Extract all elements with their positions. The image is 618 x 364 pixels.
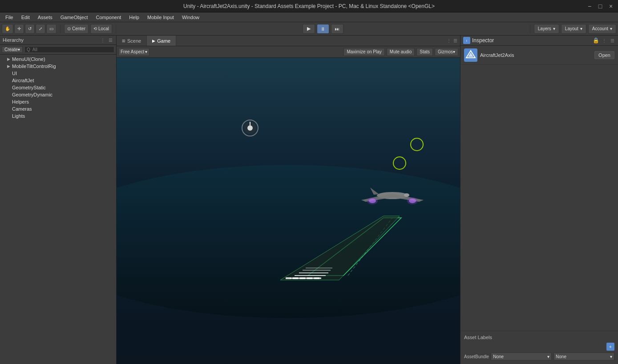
hier-item-geodynamic[interactable]: ▶ GeometryDynamic <box>0 91 116 98</box>
gizmos-btn[interactable]: Gizmos ▾ <box>435 48 458 56</box>
hier-item-lights-label: Lights <box>12 113 25 119</box>
maximize-on-play-btn[interactable]: Maximize on Play <box>343 48 384 56</box>
toolbar-right: Layers ▾ Layout ▾ Account ▾ <box>534 24 616 34</box>
aspect-label: Free Aspect <box>121 49 144 54</box>
svg-rect-14 <box>314 277 319 279</box>
layers-dropdown[interactable]: Layers ▾ <box>534 24 559 34</box>
tab-controls: ⋮ ☰ <box>446 36 460 46</box>
menu-bar: File Edit Assets GameObject Component He… <box>0 12 618 22</box>
minimize-button[interactable]: − <box>586 3 593 10</box>
layout-dropdown[interactable]: Layout ▾ <box>561 24 586 34</box>
center-toggle[interactable]: ⊙ Center <box>64 24 89 34</box>
game-tab[interactable]: ▶ Game <box>147 36 176 46</box>
hier-item-aircraftjet[interactable]: ▶ AircraftJet <box>0 77 116 84</box>
hier-item-mobiletilt-label: MobileTiltControlRig <box>12 64 56 69</box>
local-label: Local <box>98 26 109 31</box>
toolbar: ✋ ✛ ↺ ⤢ ▭ ⊙ Center ⟲ Local ▶ ⏸ ⏭ Layers … <box>0 22 618 36</box>
hierarchy-options[interactable]: ⋮ <box>100 37 106 43</box>
step-button[interactable]: ⏭ <box>331 24 343 34</box>
rotate-tool[interactable]: ↺ <box>25 24 35 34</box>
menu-help[interactable]: Help <box>125 14 143 21</box>
hier-item-cameras[interactable]: ▶ Cameras <box>0 105 116 112</box>
hier-item-lights[interactable]: ▶ Lights <box>0 112 116 120</box>
unity-logo-icon <box>465 50 476 60</box>
tab-menu[interactable]: ☰ <box>452 38 458 44</box>
hier-item-geodynamic-label: GeometryDynamic <box>12 92 53 97</box>
inspector-object-row: AircraftJet2Axis Open <box>460 46 618 65</box>
center-icon: ⊙ <box>67 26 71 31</box>
menu-window[interactable]: Window <box>178 14 203 21</box>
inspector-menu[interactable]: ☰ <box>609 37 615 44</box>
playmode-controls: ▶ ⏸ ⏭ <box>120 24 526 34</box>
hierarchy-search-input[interactable] <box>24 46 114 53</box>
hierarchy-toolbar: Create ▾ <box>0 45 116 55</box>
object-type-icon <box>464 48 477 62</box>
asset-bundle-label: AssetBundle <box>464 354 489 359</box>
game-view: MENU <box>117 58 460 364</box>
title-bar: Unity - AircraftJet2Axis.unity - Standar… <box>0 0 618 12</box>
game-scene-svg: MENU <box>117 58 460 364</box>
hierarchy-header: Hierarchy ⋮ ☰ <box>0 36 116 45</box>
asset-bundle-chevron-1: ▾ <box>547 354 549 359</box>
inspector-options[interactable]: ⋮ <box>601 37 607 44</box>
account-chevron: ▾ <box>610 26 612 31</box>
rect-tool[interactable]: ▭ <box>46 24 57 34</box>
scale-tool[interactable]: ⤢ <box>36 24 45 34</box>
maximize-button[interactable]: □ <box>597 3 604 10</box>
hand-tool[interactable]: ✋ <box>2 24 13 34</box>
svg-point-24 <box>404 193 409 197</box>
mute-audio-btn[interactable]: Mute audio <box>387 48 415 56</box>
local-icon: ⟲ <box>93 26 97 31</box>
close-button[interactable]: × <box>607 3 614 10</box>
hier-item-ui[interactable]: ▶ UI <box>0 70 116 77</box>
menu-file[interactable]: File <box>2 14 17 21</box>
account-dropdown[interactable]: Account ▾ <box>588 24 616 34</box>
hier-item-ui-label: UI <box>12 71 17 76</box>
gizmos-chevron: ▾ <box>453 49 455 54</box>
inspector-header: i Inspector 🔒 ⋮ ☰ <box>460 36 618 46</box>
move-tool[interactable]: ✛ <box>14 24 24 34</box>
hierarchy-menu[interactable]: ☰ <box>107 37 113 43</box>
inspector-body <box>460 65 618 331</box>
pause-button[interactable]: ⏸ <box>317 24 329 34</box>
account-label: Account <box>592 26 608 31</box>
local-toggle[interactable]: ⟲ Local <box>90 24 112 34</box>
layers-chevron: ▾ <box>553 26 555 31</box>
hierarchy-create-button[interactable]: Create ▾ <box>2 46 23 53</box>
hierarchy-list: ▶ MenuUI(Clone) ▶ MobileTiltControlRig ▶… <box>0 55 116 364</box>
asset-labels-section: Asset Labels + AssetBundle None ▾ None ▾ <box>460 331 618 364</box>
hier-item-mobiletilt[interactable]: ▶ MobileTiltControlRig <box>0 63 116 70</box>
menu-gameobject[interactable]: GameObject <box>57 14 92 21</box>
menu-assets[interactable]: Assets <box>34 14 56 21</box>
hier-item-aircraftjet-label: AircraftJet <box>12 78 34 83</box>
stats-btn[interactable]: Stats <box>416 48 433 56</box>
asset-labels-add-btn[interactable]: + <box>606 343 614 351</box>
tab-options[interactable]: ⋮ <box>446 38 452 44</box>
scene-tab[interactable]: ⊞ Scene <box>117 36 147 46</box>
layers-label: Layers <box>538 26 551 31</box>
hier-item-menuui[interactable]: ▶ MenuUI(Clone) <box>0 56 116 63</box>
separator-2 <box>116 24 116 33</box>
inspector-title-area: i Inspector <box>463 37 494 44</box>
hier-item-geostatic[interactable]: ▶ GeometryStatic <box>0 84 116 91</box>
scene-tab-label: Scene <box>127 38 141 44</box>
gizmos-label: Gizmos <box>438 49 453 54</box>
menu-component[interactable]: Component <box>92 14 125 21</box>
svg-rect-11 <box>293 277 298 279</box>
layout-label: Layout <box>565 26 578 31</box>
hier-item-helpers[interactable]: ▶ Helpers <box>0 98 116 105</box>
asset-bundle-select-2[interactable]: None ▾ <box>553 352 614 360</box>
create-chevron: ▾ <box>18 47 20 52</box>
game-tab-icon: ▶ <box>152 39 155 43</box>
asset-bundle-select-1[interactable]: None ▾ <box>491 352 552 360</box>
menu-mobile-input[interactable]: Mobile Input <box>144 14 178 21</box>
game-toolbar: Free Aspect ▾ Maximize on Play Mute audi… <box>117 46 460 58</box>
open-button[interactable]: Open <box>594 51 614 59</box>
aspect-selector[interactable]: Free Aspect ▾ <box>118 48 149 56</box>
inspector-title-label: Inspector <box>472 37 494 44</box>
svg-point-23 <box>407 197 418 204</box>
object-name-label: AircraftJet2Axis <box>480 52 514 58</box>
lock-icon[interactable]: 🔒 <box>593 37 599 44</box>
menu-edit[interactable]: Edit <box>18 14 33 21</box>
play-button[interactable]: ▶ <box>303 24 315 34</box>
